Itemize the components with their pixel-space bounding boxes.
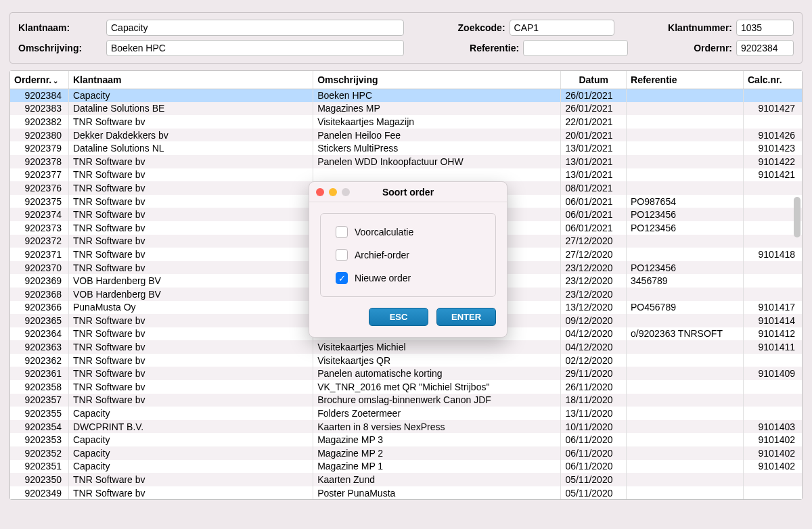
table-cell xyxy=(627,407,744,420)
col-header-ordernr[interactable]: Ordernr.⌄ xyxy=(10,71,68,89)
table-cell: 9101414 xyxy=(743,314,802,327)
table-cell xyxy=(627,89,744,102)
table-cell: o/9202363 TNRSOFT xyxy=(627,327,744,341)
table-cell: Panelen WDD Inkoopfactuur OHW xyxy=(313,155,561,168)
col-header-omschrijving[interactable]: Omschrijving xyxy=(313,71,561,89)
table-cell: 13/12/2020 xyxy=(561,301,627,315)
order-type-option[interactable]: Archief-order xyxy=(336,249,480,261)
table-cell xyxy=(627,115,744,129)
esc-button[interactable]: ESC xyxy=(369,308,428,326)
table-cell: 29/11/2020 xyxy=(561,367,627,380)
close-icon[interactable] xyxy=(316,188,324,196)
table-row[interactable]: 9202354DWCPRINT B.V.Kaarten in 8 versies… xyxy=(10,420,802,434)
table-cell: 9101411 xyxy=(743,340,802,354)
table-cell: Stickers MultiPress xyxy=(313,141,561,155)
order-type-options: VoorcalculatieArchief-order✓Nieuwe order xyxy=(320,213,496,297)
table-cell xyxy=(743,274,802,288)
table-row[interactable]: 9202382TNR Software bvVisitekaartjes Mag… xyxy=(10,115,802,129)
table-cell xyxy=(627,420,744,434)
table-row[interactable]: 9202352CapacityMagazine MP 206/11/202091… xyxy=(10,446,802,460)
table-cell: Capacity xyxy=(68,407,313,420)
order-type-option[interactable]: ✓Nieuwe order xyxy=(336,272,480,284)
dialog-titlebar[interactable]: Soort order xyxy=(309,182,507,202)
table-row[interactable]: 9202351CapacityMagazine MP 106/11/202091… xyxy=(10,460,802,474)
omschrijving-input[interactable] xyxy=(106,40,404,56)
table-cell: TNR Software bv xyxy=(68,235,313,248)
table-row[interactable]: 9202362TNR Software bvVisitekaartjes QR0… xyxy=(10,354,802,367)
table-row[interactable]: 9202361TNR Software bvPanelen automatisc… xyxy=(10,367,802,380)
table-cell xyxy=(627,367,744,380)
table-row[interactable]: 9202378TNR Software bvPanelen WDD Inkoop… xyxy=(10,155,802,168)
table-cell: 9101409 xyxy=(743,367,802,380)
table-cell xyxy=(627,168,744,182)
ordernr-input[interactable] xyxy=(736,40,794,56)
table-cell: 9202374 xyxy=(10,208,68,221)
table-cell: PO987654 xyxy=(627,195,744,208)
klantnaam-input[interactable] xyxy=(106,20,404,36)
table-cell: 9202366 xyxy=(10,301,68,315)
table-row[interactable]: 9202377TNR Software bv13/01/20219101421 xyxy=(10,168,802,182)
col-header-datum[interactable]: Datum xyxy=(561,71,627,89)
table-cell: TNR Software bv xyxy=(68,380,313,394)
table-row[interactable]: 9202380Dekker Dakdekkers bvPanelen Heilo… xyxy=(10,129,802,142)
table-cell: PO123456 xyxy=(627,261,744,275)
enter-button[interactable]: ENTER xyxy=(436,308,496,326)
klantnummer-input[interactable] xyxy=(736,20,794,36)
table-cell: 9202363 xyxy=(10,340,68,354)
table-cell: 9101403 xyxy=(743,420,802,434)
table-cell: 9202379 xyxy=(10,141,68,155)
table-cell: 05/11/2020 xyxy=(561,473,627,486)
checkbox-icon[interactable] xyxy=(336,226,348,238)
ordernr-label: Ordernr: xyxy=(694,43,732,53)
zoekcode-input[interactable] xyxy=(510,20,614,36)
table-cell xyxy=(627,141,744,155)
table-cell: 9202383 xyxy=(10,102,68,116)
table-cell: 13/01/2021 xyxy=(561,168,627,182)
table-row[interactable]: 9202379Dataline Solutions NLStickers Mul… xyxy=(10,141,802,155)
table-row[interactable]: 9202357TNR Software bvBrochure omslag-bi… xyxy=(10,394,802,407)
table-row[interactable]: 9202353CapacityMagazine MP 306/11/202091… xyxy=(10,433,802,446)
table-cell: 9202355 xyxy=(10,407,68,420)
table-cell xyxy=(627,354,744,367)
table-cell: 9202364 xyxy=(10,327,68,341)
table-row[interactable]: 9202383Dataline Solutions BEMagazines MP… xyxy=(10,102,802,116)
table-cell: TNR Software bv xyxy=(68,248,313,261)
table-cell: Poster PunaMusta xyxy=(313,486,561,500)
table-cell: 27/12/2020 xyxy=(561,248,627,261)
table-cell: Dataline Solutions NL xyxy=(68,141,313,155)
table-cell: 9101412 xyxy=(743,327,802,341)
table-row[interactable]: 9202349TNR Software bvPoster PunaMusta05… xyxy=(10,486,802,500)
table-row[interactable]: 9202350TNR Software bvKaarten Zund05/11/… xyxy=(10,473,802,486)
table-cell: TNR Software bv xyxy=(68,340,313,354)
col-header-referentie[interactable]: Referentie xyxy=(627,71,744,89)
table-cell: 20/01/2021 xyxy=(561,129,627,142)
checkbox-icon[interactable] xyxy=(336,249,348,261)
table-cell xyxy=(743,181,802,195)
table-cell: 9202369 xyxy=(10,274,68,288)
checkbox-icon[interactable]: ✓ xyxy=(336,272,348,284)
order-type-option[interactable]: Voorcalculatie xyxy=(336,226,480,238)
col-header-klantnaam[interactable]: Klantnaam xyxy=(68,71,313,89)
scrollbar-thumb[interactable] xyxy=(794,197,800,237)
table-row[interactable]: 9202384CapacityBoeken HPC26/01/2021 xyxy=(10,89,802,102)
table-cell xyxy=(627,473,744,486)
option-label: Voorcalculatie xyxy=(355,227,413,237)
table-row[interactable]: 9202355CapacityFolders Zoetermeer13/11/2… xyxy=(10,407,802,420)
table-cell: PO123456 xyxy=(627,208,744,221)
referentie-input[interactable] xyxy=(523,40,628,56)
table-cell xyxy=(627,129,744,142)
table-cell xyxy=(627,380,744,394)
table-cell: Panelen automatische korting xyxy=(313,367,561,380)
table-cell: 9101417 xyxy=(743,301,802,315)
col-header-calcnr[interactable]: Calc.nr. xyxy=(743,71,802,89)
table-cell: 9202372 xyxy=(10,235,68,248)
table-cell: TNR Software bv xyxy=(68,314,313,327)
minimize-icon[interactable] xyxy=(329,188,337,196)
table-cell: 9202361 xyxy=(10,367,68,380)
table-row[interactable]: 9202363TNR Software bvVisitekaartjes Mic… xyxy=(10,340,802,354)
table-cell: PO123456 xyxy=(627,221,744,235)
option-label: Nieuwe order xyxy=(355,273,411,283)
table-cell: VOB Hardenberg BV xyxy=(68,274,313,288)
table-row[interactable]: 9202358TNR Software bvVK_TNR_2016 met QR… xyxy=(10,380,802,394)
option-label: Archief-order xyxy=(355,250,409,260)
